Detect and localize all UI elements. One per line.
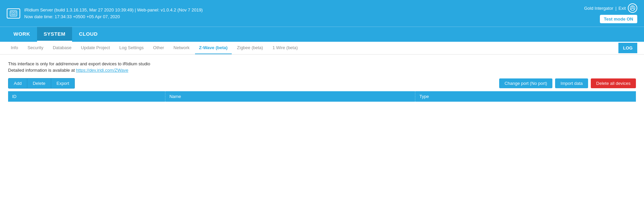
server-info-line1: iRidium Server (build 1.3.16.135, Mar 27… (24, 7, 203, 13)
table-header-row: ID Name Type (8, 91, 636, 102)
user-info: Gold Intergator | Exit (584, 3, 637, 13)
nav-item-work[interactable]: WORK (7, 27, 37, 42)
sub-nav-zigbee[interactable]: Zigbee (beta) (233, 42, 267, 54)
server-icon (7, 8, 20, 19)
sub-nav-update-project[interactable]: Update Project (77, 42, 114, 54)
header-right: Gold Intergator | Exit Test mode ON (584, 3, 637, 23)
header-left: iRidium Server (build 1.3.16.135, Mar 27… (7, 7, 203, 20)
action-bar: Add Delete Export Change port (No port) … (8, 78, 636, 89)
import-data-button[interactable]: Import data (555, 78, 588, 88)
export-button[interactable]: Export (51, 78, 75, 89)
info-line1: This interface is only for add/remove an… (8, 61, 636, 66)
nav-item-cloud[interactable]: CLOUD (72, 27, 104, 42)
sub-nav-log-settings[interactable]: Log Settings (115, 42, 148, 54)
sub-nav-1wire[interactable]: 1 Wire (beta) (268, 42, 302, 54)
sub-nav: Info Security Database Update Project Lo… (0, 42, 644, 55)
delete-all-button[interactable]: Delete all devices (591, 78, 636, 88)
server-info-line2: Now date time: 17:34:33 +0500 +05 Apr 07… (24, 13, 203, 20)
main-nav: WORK SYSTEM CLOUD (0, 27, 644, 42)
log-button[interactable]: LOG (618, 43, 637, 53)
user-avatar-icon (628, 3, 637, 13)
exit-link[interactable]: Exit (618, 6, 626, 11)
test-mode-button[interactable]: Test mode ON (600, 15, 637, 23)
sub-nav-other[interactable]: Other (149, 42, 168, 54)
separator: | (615, 6, 616, 11)
sub-nav-network[interactable]: Network (169, 42, 194, 54)
nav-item-system[interactable]: SYSTEM (37, 27, 72, 42)
sub-nav-security[interactable]: Security (24, 42, 47, 54)
sub-nav-info[interactable]: Info (7, 42, 22, 54)
add-button[interactable]: Add (8, 78, 27, 89)
change-port-button[interactable]: Change port (No port) (499, 78, 552, 88)
sub-nav-zwave[interactable]: Z-Wave (beta) (195, 42, 232, 54)
col-type: Type (415, 91, 636, 102)
user-name: Gold Intergator (584, 6, 613, 11)
right-actions: Change port (No port) Import data Delete… (499, 78, 636, 88)
main-content: This interface is only for add/remove an… (0, 55, 644, 108)
col-name: Name (165, 91, 415, 102)
delete-button[interactable]: Delete (27, 78, 51, 89)
col-id: ID (8, 91, 165, 102)
svg-rect-0 (10, 11, 17, 16)
info-line2: Detailed information is available at htt… (8, 68, 636, 73)
header-info: iRidium Server (build 1.3.16.135, Mar 27… (24, 7, 203, 20)
svg-point-6 (632, 7, 634, 8)
svg-rect-2 (14, 12, 16, 13)
devices-table: ID Name Type (8, 91, 636, 102)
sub-nav-database[interactable]: Database (49, 42, 76, 54)
svg-rect-1 (11, 12, 13, 13)
header: iRidium Server (build 1.3.16.135, Mar 27… (0, 0, 644, 27)
info-link[interactable]: https://dev.iridi.com/ZWave (76, 68, 128, 73)
